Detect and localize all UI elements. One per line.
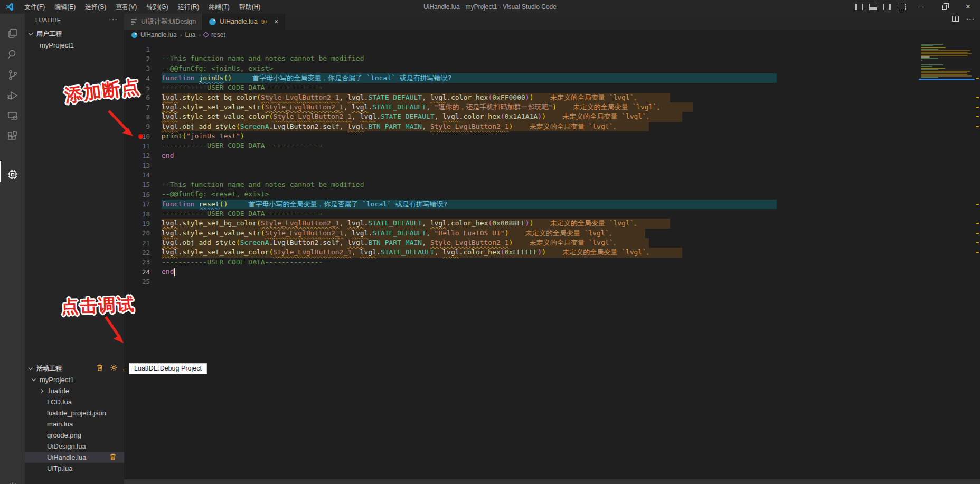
line-number[interactable]: 20: [124, 229, 158, 237]
toggle-sidebar-icon[interactable]: [855, 4, 863, 10]
code-line-8[interactable]: 8lvgl.style_set_value_color(Style_LvglBu…: [124, 112, 980, 121]
line-number[interactable]: 12: [124, 151, 158, 159]
minimap[interactable]: [919, 30, 975, 484]
line-number[interactable]: 18: [124, 210, 158, 218]
split-editor-icon[interactable]: [952, 16, 959, 22]
code-line-20[interactable]: 20lvgl.style_set_value_str(Style_LvglBut…: [124, 229, 980, 238]
code-line-16[interactable]: 16--@@funCfg: <reset, exist>: [124, 189, 980, 199]
sidebar-more-actions-icon[interactable]: ···: [109, 15, 118, 23]
breadcrumb-symbol[interactable]: reset: [211, 31, 225, 39]
section-user-project[interactable]: 用户工程: [25, 29, 124, 40]
extensions-icon[interactable]: [0, 126, 25, 147]
code-line-19[interactable]: 19lvgl.style_set_bg_color(Style_LvglButt…: [124, 219, 980, 228]
code-text: lvgl.obj_add_style(ScreenA.LvglButton2.s…: [162, 122, 649, 131]
code-line-15[interactable]: 15--This function name and notes cannot …: [124, 180, 980, 189]
horizontal-scrollbar[interactable]: [124, 479, 980, 484]
menu-终端T[interactable]: 终端(T): [204, 0, 234, 14]
menu-帮助H[interactable]: 帮助(H): [234, 0, 266, 14]
code-line-17[interactable]: 17function reset() 首字母小写的全局变量，你是否漏了 `loc…: [124, 200, 980, 209]
tree-item-mainlua[interactable]: main.lua: [25, 419, 124, 430]
tree-item-luatide[interactable]: .luatide: [25, 385, 124, 396]
line-number[interactable]: 14: [124, 171, 158, 179]
code-line-22[interactable]: 22lvgl.style_set_value_color(Style_LvglB…: [124, 248, 980, 257]
menu-编辑E[interactable]: 编辑(E): [50, 0, 80, 14]
line-number[interactable]: 11: [124, 142, 158, 150]
title-bar: 文件(F)编辑(E)选择(S)查看(V)转到(G)运行(R)终端(T)帮助(H)…: [0, 0, 980, 14]
code-editor[interactable]: 12--This function name and notes cannot …: [124, 40, 980, 484]
luatide-chip-icon[interactable]: [0, 164, 25, 185]
code-line-3[interactable]: 3--@@funCfg: <joinUs, exist>: [124, 64, 980, 73]
code-line-11[interactable]: 11-----------USER CODE DATA-------------…: [124, 141, 980, 150]
line-number[interactable]: 24: [124, 268, 158, 276]
line-number[interactable]: 16: [124, 191, 158, 198]
line-number[interactable]: 17: [124, 200, 158, 208]
toggle-secondary-sidebar-icon[interactable]: [883, 4, 891, 10]
code-line-1[interactable]: 1: [124, 44, 980, 54]
line-number[interactable]: 15: [124, 181, 158, 188]
editor-more-actions-icon[interactable]: ···: [966, 16, 975, 22]
tree-item-lcdlua[interactable]: LCD.lua: [25, 396, 124, 407]
toggle-panel-icon[interactable]: [869, 4, 877, 10]
minimap-line: [921, 68, 945, 69]
line-number[interactable]: 2: [124, 55, 158, 63]
code-line-2[interactable]: 2--This function name and notes cannot b…: [124, 54, 980, 63]
tree-item-myproject1[interactable]: myProject1: [25, 374, 124, 385]
code-line-23[interactable]: 23-----------USER CODE DATA-------------…: [124, 258, 980, 267]
tree-item-myproject1-top[interactable]: myProject1: [25, 40, 124, 51]
code-line-24[interactable]: 24end: [124, 267, 980, 277]
code-line-5[interactable]: 5-----------USER CODE DATA--------------: [124, 83, 980, 92]
menu-查看V[interactable]: 查看(V): [111, 0, 142, 14]
minimap-line: [921, 47, 946, 48]
manage-gear-icon[interactable]: [0, 476, 25, 484]
tab-uidesign[interactable]: UI设计器:UiDesign: [124, 14, 203, 30]
line-number[interactable]: 19: [124, 220, 158, 227]
run-debug-icon[interactable]: [0, 85, 25, 106]
code-line-10[interactable]: 10print("joinUs test"): [124, 131, 980, 141]
symbol-method-icon: [203, 32, 209, 37]
settings-icon[interactable]: [108, 362, 119, 373]
menu-文件F[interactable]: 文件(F): [20, 0, 50, 14]
menu-选择S[interactable]: 选择(S): [80, 0, 111, 14]
code-line-4[interactable]: 4function joinUs() 首字母小写的全局变量，你是否漏了 `loc…: [124, 73, 980, 83]
minimap-line: [921, 49, 938, 50]
tree-item-uitplua[interactable]: UiTp.lua: [25, 463, 124, 474]
code-line-21[interactable]: 21lvgl.obj_add_style(ScreenA.LvglButton2…: [124, 238, 980, 248]
line-number[interactable]: 13: [124, 162, 158, 169]
remote-explorer-icon[interactable]: [0, 106, 25, 127]
tree-item-qrcodepng[interactable]: qrcode.png: [25, 430, 124, 441]
trash-icon[interactable]: [95, 362, 105, 373]
explorer-icon[interactable]: [0, 23, 25, 44]
close-button[interactable]: ×: [956, 0, 980, 14]
line-number[interactable]: 1: [124, 45, 158, 53]
tab-close-icon[interactable]: ×: [274, 17, 278, 26]
breadcrumb-scope[interactable]: Lua: [185, 31, 195, 39]
code-line-13[interactable]: 13: [124, 160, 980, 170]
active-view-indicator: [0, 161, 1, 182]
code-line-6[interactable]: 6lvgl.style_set_bg_color(Style_LvglButto…: [124, 93, 980, 102]
tree-item-luatideprojectjson[interactable]: luatide_project.json: [25, 407, 124, 419]
minimize-button[interactable]: [909, 0, 932, 14]
code-line-9[interactable]: 9lvgl.obj_add_style(ScreenA.LvglButton2.…: [124, 122, 980, 131]
trash-icon[interactable]: [109, 453, 117, 462]
search-icon[interactable]: [0, 44, 25, 65]
source-control-icon[interactable]: [0, 64, 25, 86]
code-line-7[interactable]: 7lvgl.style_set_value_str(Style_LvglButt…: [124, 102, 980, 112]
code-line-14[interactable]: 14: [124, 170, 980, 179]
menu-转到G[interactable]: 转到(G): [142, 0, 173, 14]
tree-item-uidesignlua[interactable]: UiDesign.lua: [25, 441, 124, 452]
breadcrumb-file[interactable]: UiHandle.lua: [140, 31, 177, 39]
restore-button[interactable]: [932, 0, 956, 14]
menu-运行R[interactable]: 运行(R): [173, 0, 204, 14]
tab-uihandle[interactable]: UiHandle.lua 9+ ×: [203, 14, 285, 30]
line-number[interactable]: 25: [124, 278, 158, 286]
line-number[interactable]: 23: [124, 258, 158, 266]
customize-layout-icon[interactable]: [898, 4, 906, 10]
line-number[interactable]: 22: [124, 249, 158, 257]
code-line-25[interactable]: 25: [124, 277, 980, 286]
line-number[interactable]: 21: [124, 239, 158, 247]
code-line-18[interactable]: 18-----------USER CODE DATA-------------…: [124, 209, 980, 219]
annotation-arrow-breakpoint: [103, 109, 140, 141]
tree-item-uihandlelua[interactable]: UiHandle.lua: [25, 452, 124, 463]
line-number[interactable]: 3: [124, 64, 158, 72]
code-line-12[interactable]: 12end: [124, 151, 980, 160]
